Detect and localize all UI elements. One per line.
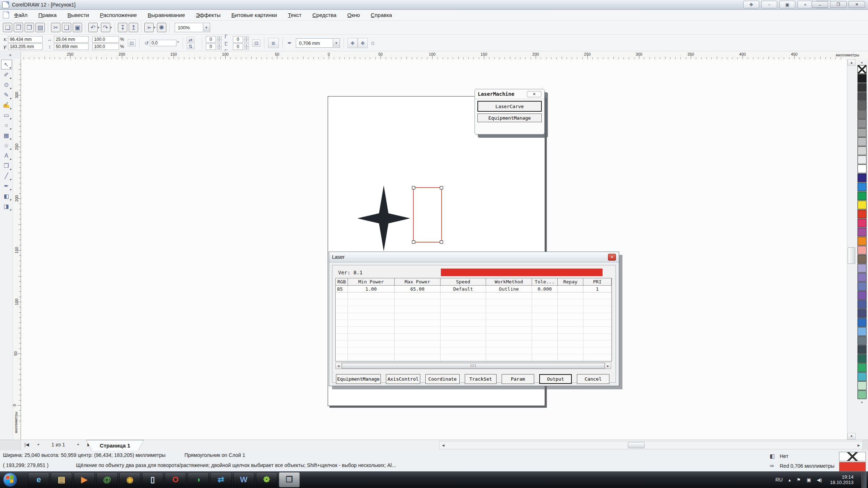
- undo-icon[interactable]: ↶: [88, 23, 98, 32]
- paste-icon[interactable]: ▣: [73, 23, 82, 32]
- color-swatch[interactable]: [858, 174, 867, 182]
- network-icon[interactable]: ▣: [807, 477, 811, 483]
- volume-icon[interactable]: ◀): [817, 477, 822, 483]
- taskbar-internet-explorer[interactable]: e: [28, 472, 49, 487]
- corner-lock-icon[interactable]: ⊡: [252, 39, 260, 47]
- scroll-right-icon[interactable]: ▶: [605, 363, 611, 369]
- taskbar-active-document[interactable]: ❒: [279, 472, 300, 487]
- app-launcher-icon[interactable]: ➣: [144, 23, 154, 32]
- interactive-blend-tool[interactable]: ❒: [1, 161, 12, 171]
- taskbar-word[interactable]: W: [233, 472, 254, 487]
- color-swatch[interactable]: [858, 255, 867, 264]
- color-swatch[interactable]: [858, 74, 867, 83]
- height-field[interactable]: 50.959 mm: [54, 43, 89, 50]
- star-shape[interactable]: [357, 185, 410, 251]
- color-swatch[interactable]: [858, 300, 867, 309]
- menu-file[interactable]: Файл: [14, 12, 27, 18]
- color-swatch[interactable]: [858, 363, 867, 372]
- chevron-down-icon[interactable]: ▾: [98, 26, 99, 29]
- mirror-vertical-icon[interactable]: ⇅: [187, 43, 195, 49]
- menu-view[interactable]: Вывести: [68, 12, 89, 18]
- start-button[interactable]: [3, 472, 17, 487]
- taskbar-coreldraw[interactable]: ❁: [256, 472, 277, 487]
- page-tab[interactable]: Страница 1: [86, 440, 144, 451]
- redo-icon[interactable]: ↷: [101, 23, 110, 32]
- color-swatch[interactable]: [858, 336, 867, 345]
- action-center-flag-icon[interactable]: ⚑: [797, 477, 801, 483]
- laser-parameter-table[interactable]: RGBMin PowerMax PowerSpeedWorkMethodTole…: [335, 278, 612, 361]
- selection-handle[interactable]: [440, 240, 443, 244]
- color-swatch[interactable]: [858, 192, 867, 200]
- copy-icon[interactable]: ❑: [62, 23, 71, 32]
- color-swatch[interactable]: [858, 345, 867, 354]
- vertical-scroll-thumb[interactable]: [848, 247, 855, 264]
- close-button[interactable]: ✕: [848, 1, 865, 8]
- spinner[interactable]: ▴▾: [244, 43, 249, 50]
- taskbar-screen-recorder[interactable]: ◑: [188, 472, 209, 487]
- smart-drawing-tool[interactable]: ✍: [1, 100, 12, 110]
- color-swatch[interactable]: [858, 237, 867, 245]
- menu-help[interactable]: Справка: [371, 12, 392, 18]
- vertical-ruler[interactable]: миллиметры 300250200150100500: [13, 59, 21, 440]
- chevron-down-icon[interactable]: ▾: [333, 39, 340, 47]
- wrap-boundary-icon[interactable]: ❖: [348, 38, 358, 48]
- scale-lock-icon[interactable]: ⊡: [128, 39, 136, 47]
- text-tool[interactable]: А: [1, 151, 12, 160]
- spinner[interactable]: ▴▾: [217, 36, 222, 43]
- color-manager-icon[interactable]: ▣: [779, 1, 795, 8]
- scroll-thumb[interactable]: III: [342, 363, 605, 369]
- language-indicator[interactable]: RU: [775, 477, 783, 483]
- corner-radius-field-2[interactable]: 0: [206, 43, 216, 50]
- scale-y-field[interactable]: 100.0: [92, 43, 119, 50]
- horizontal-ruler[interactable]: ⌖ 25020015010050050100150200250300350400…: [0, 52, 868, 60]
- show-desktop-button[interactable]: [861, 471, 867, 488]
- horizontal-scroll-thumb[interactable]: [628, 442, 644, 448]
- param-button[interactable]: Param: [502, 374, 534, 384]
- menu-window[interactable]: Окно: [347, 12, 360, 18]
- zoom-tool[interactable]: ⊙: [1, 80, 12, 90]
- chevron-down-icon[interactable]: ▾: [110, 26, 112, 29]
- color-swatch[interactable]: [858, 291, 867, 300]
- open-icon[interactable]: ❐: [14, 23, 23, 32]
- graph-paper-tool[interactable]: ▦: [1, 130, 12, 140]
- scroll-left-icon[interactable]: ◀: [440, 442, 446, 448]
- output-button[interactable]: Output: [539, 374, 572, 384]
- fill-tool[interactable]: ◧: [1, 191, 12, 201]
- first-page-button[interactable]: |◀: [22, 441, 31, 449]
- color-swatch[interactable]: [858, 372, 867, 381]
- outline-tool[interactable]: ✒: [1, 181, 12, 191]
- interactive-fill-tool[interactable]: ◨: [1, 201, 12, 211]
- freehand-tool[interactable]: ✎: [1, 90, 12, 100]
- color-swatch[interactable]: [858, 146, 867, 155]
- rotation-field[interactable]: 0,0: [150, 40, 176, 46]
- collapse-icon[interactable]: «: [797, 1, 813, 8]
- menu-layout[interactable]: Расположение: [100, 12, 137, 18]
- corel-online-icon[interactable]: ✺: [157, 23, 166, 32]
- menu-arrange[interactable]: Выравнивание: [148, 12, 185, 18]
- spinner[interactable]: ▴▾: [217, 43, 222, 50]
- menu-bitmaps[interactable]: Битовые картинки: [231, 12, 277, 18]
- color-swatch[interactable]: [858, 83, 867, 92]
- wrap-text-icon[interactable]: ≣: [268, 38, 279, 48]
- drawing-canvas[interactable]: LaserMachine ✕ LaserCarve EquipmentManag…: [21, 59, 847, 440]
- palette-scroll-up-icon[interactable]: ▴: [856, 59, 868, 65]
- menu-edit[interactable]: Правка: [38, 12, 57, 18]
- color-swatch[interactable]: [858, 201, 867, 209]
- outline-width-combo[interactable]: 0,706 mm ▾: [296, 38, 340, 48]
- menu-text[interactable]: Текст: [288, 12, 302, 18]
- zoom-level-combo[interactable]: 100%▾: [175, 23, 210, 32]
- color-swatch[interactable]: [858, 101, 867, 110]
- laser-table-row[interactable]: 851.0065.00DefaultOutline0.0001: [336, 286, 612, 292]
- mirror-horizontal-icon[interactable]: ⇄: [187, 37, 195, 43]
- ruler-origin[interactable]: ⌖: [0, 52, 21, 59]
- pin-icon[interactable]: ✥: [743, 1, 759, 8]
- spinner[interactable]: ▴▾: [244, 36, 249, 43]
- color-swatch[interactable]: [858, 381, 867, 390]
- corner-radius-field-4[interactable]: 0: [233, 43, 243, 50]
- dot-icon[interactable]: ▫: [761, 1, 777, 8]
- equipmentmanage-button[interactable]: EquipmentManage: [336, 374, 381, 384]
- equipmentmanage-button[interactable]: EquipmentManage: [477, 114, 542, 122]
- taskbar-notes[interactable]: ▯: [142, 472, 163, 487]
- color-swatch[interactable]: [858, 128, 867, 137]
- lasermachine-titlebar[interactable]: LaserMachine ✕: [475, 89, 544, 99]
